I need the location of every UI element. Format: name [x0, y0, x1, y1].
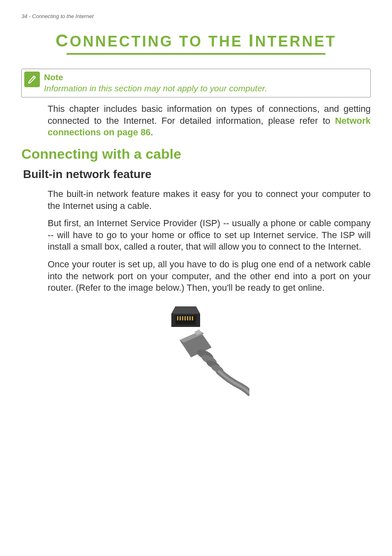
svg-rect-5	[182, 316, 183, 320]
body-paragraph-1: The built-in network feature makes it ea…	[48, 188, 371, 212]
intro-paragraph: This chapter includes basic information …	[48, 103, 371, 139]
svg-rect-9	[192, 316, 193, 320]
svg-rect-8	[189, 316, 191, 320]
svg-rect-6	[184, 316, 186, 320]
subsection-heading-builtin-network: Built-in network feature	[23, 168, 371, 181]
svg-rect-4	[180, 316, 181, 320]
intro-text-after: .	[151, 127, 153, 137]
pencil-icon	[24, 72, 40, 87]
note-label: Note	[44, 72, 366, 82]
chapter-title: CONNECTING TO THE INTERNET	[21, 31, 371, 51]
intro-text-before: This chapter includes basic information …	[48, 104, 371, 126]
note-callout: Note Information in this section may not…	[21, 69, 371, 97]
note-text: Information in this section may not appl…	[44, 83, 267, 93]
running-header: 34 - Connecting to the Internet	[21, 13, 371, 19]
svg-marker-1	[171, 306, 200, 314]
svg-rect-3	[177, 316, 178, 320]
section-heading-connecting-cable: Connecting with a cable	[21, 146, 371, 162]
body-paragraph-2: But first, an Internet Service Provider …	[48, 218, 371, 253]
body-paragraph-3: Once your router is set up, all you have…	[48, 259, 371, 294]
svg-rect-7	[187, 316, 188, 320]
ethernet-illustration	[21, 302, 371, 397]
chapter-title-underline	[67, 53, 325, 55]
